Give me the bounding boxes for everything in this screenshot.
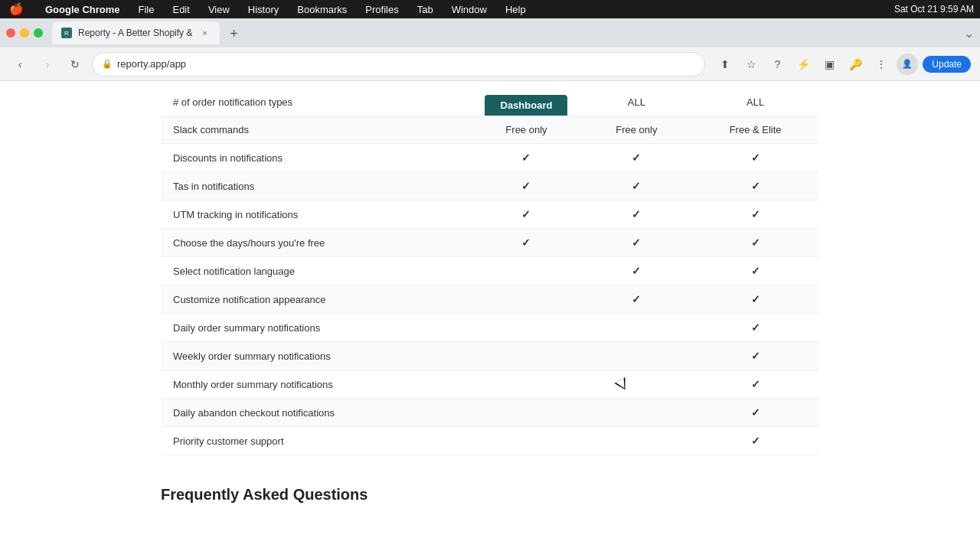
basic-check: ✓ [581, 144, 691, 172]
elite-check: ✓ [691, 229, 819, 257]
elite-check: ✓ [691, 144, 819, 172]
elite-check: ✓ [691, 427, 819, 455]
table-row: Monthly order summary notifications ✓ [161, 370, 819, 399]
feature-label: Slack commands [161, 116, 472, 144]
elite-value: ALL [691, 89, 819, 116]
feature-label: Discounts in notifications [161, 144, 472, 172]
menu-edit[interactable]: Edit [169, 2, 192, 17]
basic-empty [581, 399, 691, 427]
back-button[interactable]: ‹ [9, 54, 31, 75]
address-bar[interactable]: 🔒 reporty.app/app [92, 52, 705, 77]
profile-icon[interactable]: ? [766, 54, 788, 75]
lock-icon: 🔒 [102, 59, 113, 69]
apple-logo[interactable]: 🍎 [6, 1, 27, 18]
active-tab[interactable]: R Reporty - A Better Shopify & × [52, 21, 220, 44]
table-row: Customize notification appearance ✓ ✓ [161, 285, 819, 314]
basic-check: ✓ [581, 172, 691, 201]
table-row: Weekly order summary notifications ✓ [161, 342, 819, 370]
new-tab-button[interactable]: + [223, 23, 244, 44]
main-content: # of order notification types 2 ALL ALL … [0, 81, 980, 551]
free-check: ✓ [472, 229, 582, 257]
table-row: Daily abandon checkout notifications ✓ [161, 399, 819, 427]
free-empty [472, 314, 582, 342]
cast-icon[interactable]: ▣ [818, 54, 840, 75]
menu-view[interactable]: View [205, 2, 233, 17]
comparison-section: # of order notification types 2 ALL ALL … [145, 81, 835, 471]
basic-check: ✓ [581, 285, 691, 314]
basic-empty [581, 370, 691, 399]
menu-tab[interactable]: Tab [414, 2, 436, 17]
table-row: UTM tracking in notifications ✓ ✓ ✓ [161, 201, 819, 229]
feature-label: UTM tracking in notifications [161, 201, 472, 229]
url-text: reporty.app/app [117, 58, 186, 70]
elite-check: ✓ [691, 257, 819, 285]
faq-title: Frequently Asked Questions [161, 486, 819, 504]
feature-label: Daily abandon checkout notifications [161, 399, 472, 427]
window-controls-right: ⌄ [964, 26, 974, 41]
feature-label: Choose the days/hours you're free [161, 229, 472, 257]
table-row: Choose the days/hours you're free ✓ ✓ ✓ [161, 229, 819, 257]
elite-check: ✓ [691, 172, 819, 201]
basic-empty [581, 427, 691, 455]
menu-google-chrome[interactable]: Google Chrome [42, 2, 123, 17]
feature-label: Daily order summary notifications [161, 314, 472, 342]
table-row: Tas in notifications ✓ ✓ ✓ [161, 172, 819, 201]
menu-profiles[interactable]: Profiles [362, 2, 401, 17]
update-button[interactable]: Update [923, 56, 971, 73]
feature-label: Tas in notifications [161, 172, 472, 201]
extensions-icon[interactable]: ⚡ [792, 54, 814, 75]
more-icon[interactable]: ⋮ [871, 54, 892, 75]
page-content[interactable]: # of order notification types 2 ALL ALL … [0, 81, 980, 551]
menu-window[interactable]: Window [449, 2, 490, 17]
elite-check: ✓ [691, 285, 819, 314]
tab-bar: R Reporty - A Better Shopify & × + [52, 21, 958, 44]
elite-check: ✓ [691, 370, 819, 399]
elite-check: ✓ [691, 201, 819, 229]
maximize-button[interactable] [34, 28, 43, 37]
elite-check: ✓ [691, 399, 819, 427]
free-empty [472, 342, 582, 370]
menubar-clock: Sat Oct 21 9:59 AM [894, 4, 974, 15]
tab-close-icon[interactable]: × [198, 27, 211, 39]
forward-button[interactable]: › [37, 54, 58, 75]
menu-bookmarks[interactable]: Bookmarks [294, 2, 350, 17]
close-button[interactable] [6, 28, 15, 37]
basic-check: ✓ [581, 229, 691, 257]
free-check: ✓ [472, 172, 582, 201]
chrome-toolbar: ‹ › ↻ 🔒 reporty.app/app ⬆ ☆ ? ⚡ ▣ 🔑 ⋮ 👤 … [0, 47, 980, 81]
toolbar-actions: ⬆ ☆ ? ⚡ ▣ 🔑 ⋮ 👤 Update [714, 54, 971, 75]
minimize-button[interactable] [20, 28, 29, 37]
feature-label: Weekly order summary notifications [161, 342, 472, 370]
basic-empty [581, 314, 691, 342]
bookmark-icon[interactable]: ☆ [740, 54, 762, 75]
feature-label: Customize notification appearance [161, 285, 472, 314]
traffic-lights [6, 28, 43, 37]
basic-empty [581, 342, 691, 370]
comparison-table: # of order notification types 2 ALL ALL … [161, 89, 819, 455]
menu-history[interactable]: History [245, 2, 282, 17]
tab-title: Reporty - A Better Shopify & [78, 28, 192, 38]
feature-label: Select notification language [161, 257, 472, 285]
basic-value: ALL [581, 89, 691, 116]
free-check: ✓ [472, 144, 582, 172]
free-empty [472, 427, 582, 455]
elite-value: Free & Elite [691, 116, 819, 144]
feature-label: # of order notification types [161, 89, 472, 116]
feature-label: Priority customer support [161, 427, 472, 455]
free-check: ✓ [472, 201, 582, 229]
free-empty [472, 399, 582, 427]
user-avatar[interactable]: 👤 [897, 54, 918, 75]
1password-icon[interactable]: 🔑 [844, 54, 866, 75]
table-row: Select notification language ✓ ✓ [161, 257, 819, 285]
menu-file[interactable]: File [136, 2, 158, 17]
free-empty [472, 285, 582, 314]
faq-section: Frequently Asked Questions [145, 486, 835, 504]
feature-label: Monthly order summary notifications [161, 370, 472, 399]
reload-button[interactable]: ↻ [64, 54, 86, 75]
elite-check: ✓ [691, 314, 819, 342]
table-row: Discounts in notifications ✓ ✓ ✓ [161, 144, 819, 172]
share-icon[interactable]: ⬆ [714, 54, 736, 75]
menu-help[interactable]: Help [502, 2, 529, 17]
basic-check: ✓ [581, 257, 691, 285]
free-value: Dashboard Free only [472, 116, 582, 144]
